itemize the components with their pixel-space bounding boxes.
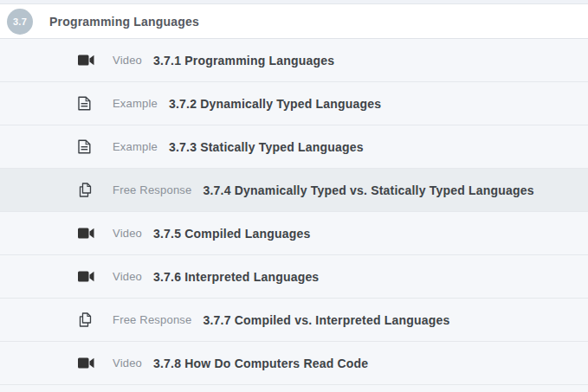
document-icon [78,139,95,154]
next-row-sliver [0,385,588,392]
lesson-row[interactable]: Example 3.7.3 Statically Typed Languages [0,125,588,169]
item-title-link[interactable]: 3.7.4 Dynamically Typed vs. Statically T… [203,183,533,197]
item-title-link[interactable]: 3.7.3 Statically Typed Languages [169,140,364,154]
item-type-label: Example [113,140,158,153]
item-title-link[interactable]: 3.7.5 Compiled Languages [153,227,310,241]
lesson-row[interactable]: Video 3.7.6 Interpreted Languages [0,255,588,299]
module-header[interactable]: 3.7 Programming Languages [0,4,588,39]
lesson-row[interactable]: Example 3.7.2 Dynamically Typed Language… [0,82,588,125]
video-icon [78,357,95,369]
module-number-badge: 3.7 [7,9,33,35]
item-type-label: Free Response [113,183,191,196]
item-type-label: Example [113,97,158,110]
item-title-link[interactable]: 3.7.2 Dynamically Typed Languages [169,97,381,111]
item-title-link[interactable]: 3.7.7 Compiled vs. Interpreted Languages [203,313,449,327]
item-type-label: Video [113,54,142,67]
item-title-link[interactable]: 3.7.1 Programming Languages [153,54,334,67]
curriculum-module: 3.7 Programming Languages Video 3.7.1 Pr… [0,0,588,392]
lesson-row[interactable]: Free Response 3.7.7 Compiled vs. Interpr… [0,299,588,342]
video-icon [78,228,95,239]
item-title-link[interactable]: 3.7.6 Interpreted Languages [153,270,319,284]
lesson-row[interactable]: Free Response 3.7.4 Dynamically Typed vs… [0,169,588,212]
pages-icon [78,312,95,327]
pages-icon [78,183,95,197]
item-type-label: Video [113,357,142,370]
video-icon [78,271,95,282]
item-type-label: Video [113,270,142,283]
module-title: Programming Languages [49,15,199,29]
lesson-row[interactable]: Video 3.7.5 Compiled Languages [0,212,588,255]
lesson-row[interactable]: Video 3.7.1 Programming Languages [0,39,588,82]
item-type-label: Video [113,227,142,240]
lesson-row[interactable]: Video 3.7.8 How Do Computers Read Code [0,342,588,385]
video-icon [78,55,95,66]
lesson-list: Video 3.7.1 Programming Languages Exampl… [0,39,588,385]
item-title-link[interactable]: 3.7.8 How Do Computers Read Code [153,357,368,370]
item-type-label: Free Response [113,313,191,326]
document-icon [78,96,95,111]
